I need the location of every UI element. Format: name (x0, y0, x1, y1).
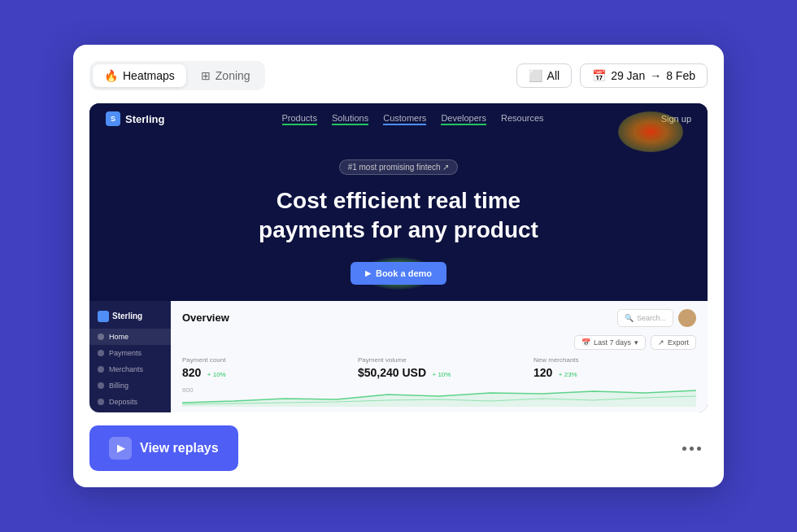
calendar-icon: 📅 (592, 69, 606, 82)
chart-svg (182, 386, 696, 407)
hotspot-topright (618, 111, 683, 152)
dash-controls-row: 📅 Last 7 days ▾ ↗ Export (182, 335, 696, 350)
dash-logo: Sterling (89, 307, 171, 329)
screen-icon: ⬜ (529, 69, 542, 82)
dash-search: 🔍 Search... (617, 309, 673, 327)
payments-icon (98, 350, 104, 356)
dash-metrics: Payment count 820 + 10% Payment volume $… (182, 356, 696, 380)
site-link-products: Products (282, 113, 317, 125)
tab-heatmaps[interactable]: 🔥 Heatmaps (93, 64, 186, 87)
dash-content: Overview 🔍 Search... 📅 Last (171, 301, 708, 412)
metric-new-merchants: New merchants 120 + 23% (534, 356, 696, 380)
tab-zoning[interactable]: ⊞ Zoning (189, 64, 262, 87)
date-range-button[interactable]: 📅 29 Jan → 8 Feb (580, 63, 708, 88)
dash-sidebar: Sterling Home Payments Merchants Billing (89, 301, 171, 412)
zoning-icon: ⊞ (201, 69, 211, 82)
metric-payment-volume: Payment volume $50,240 USD + 10% (358, 356, 520, 380)
search-icon: 🔍 (625, 314, 634, 322)
cta-wrap: ▶ Book a demo (351, 262, 446, 285)
toolbar-right: ⬜ All 📅 29 Jan → 8 Feb (516, 63, 708, 88)
dot1 (682, 447, 686, 451)
calendar-small-icon: 📅 (581, 338, 590, 347)
hero-badge: #1 most promising fintech ↗ (339, 159, 459, 175)
hero-section: #1 most promising fintech ↗ Cost efficie… (89, 134, 708, 301)
merchants-icon (98, 366, 104, 373)
dash-menu-home: Home (89, 329, 171, 345)
dash-controls: 🔍 Search... (617, 309, 696, 327)
export-btn: ↗ Export (651, 335, 696, 350)
dot2 (690, 447, 694, 451)
chevron-icon: ▾ (634, 338, 638, 347)
deposits-icon (98, 399, 104, 405)
avatar (678, 309, 696, 327)
site-links: Products Solutions Customers Developers … (282, 113, 544, 125)
all-button[interactable]: ⬜ All (516, 63, 573, 88)
dash-chart: 600 (182, 386, 696, 407)
site-link-developers: Developers (441, 113, 486, 125)
last7days-btn: 📅 Last 7 days ▾ (574, 335, 646, 350)
dash-menu-merchants: Merchants (89, 361, 171, 377)
period-controls: 📅 Last 7 days ▾ ↗ Export (574, 335, 696, 350)
view-replays-button[interactable]: ▶ View replays (89, 425, 238, 471)
toolbar: 🔥 Heatmaps ⊞ Zoning ⬜ All 📅 29 Jan → 8 F… (89, 61, 708, 90)
site-link-customers: Customers (383, 113, 426, 125)
dash-logo-icon (98, 311, 109, 322)
site-link-solutions: Solutions (332, 113, 368, 125)
home-icon (98, 334, 104, 340)
hero-title: Cost efficient real time payments for an… (106, 186, 691, 246)
dash-menu-developers: Developers (89, 410, 171, 412)
dash-menu-deposits: Deposits (89, 394, 171, 410)
main-card: 🔥 Heatmaps ⊞ Zoning ⬜ All 📅 29 Jan → 8 F… (73, 45, 724, 487)
site-nav: S Sterling Products Solutions Customers … (89, 103, 708, 134)
tab-group: 🔥 Heatmaps ⊞ Zoning (89, 61, 265, 90)
more-options-button[interactable] (676, 440, 708, 457)
dash-overview-title: Overview (182, 312, 229, 324)
play-mini-icon: ▶ (365, 269, 371, 277)
site-logo: S Sterling (106, 111, 164, 126)
dash-menu-billing: Billing (89, 377, 171, 394)
dash-header: Overview 🔍 Search... (182, 309, 696, 327)
heatmap-icon: 🔥 (104, 69, 118, 82)
site-link-resources: Resources (501, 113, 544, 125)
dashboard-section: Sterling Home Payments Merchants Billing (89, 301, 708, 412)
dot3 (697, 447, 701, 451)
bottom-bar: ▶ View replays (89, 425, 708, 471)
export-icon: ↗ (658, 338, 664, 347)
cta-button[interactable]: ▶ Book a demo (351, 262, 446, 285)
dash-menu-payments: Payments (89, 345, 171, 361)
metric-payment-count: Payment count 820 + 10% (182, 356, 345, 380)
heatmap-preview: S Sterling Products Solutions Customers … (89, 103, 708, 412)
play-icon: ▶ (109, 437, 132, 460)
billing-icon (98, 382, 104, 389)
site-logo-icon: S (106, 111, 120, 126)
